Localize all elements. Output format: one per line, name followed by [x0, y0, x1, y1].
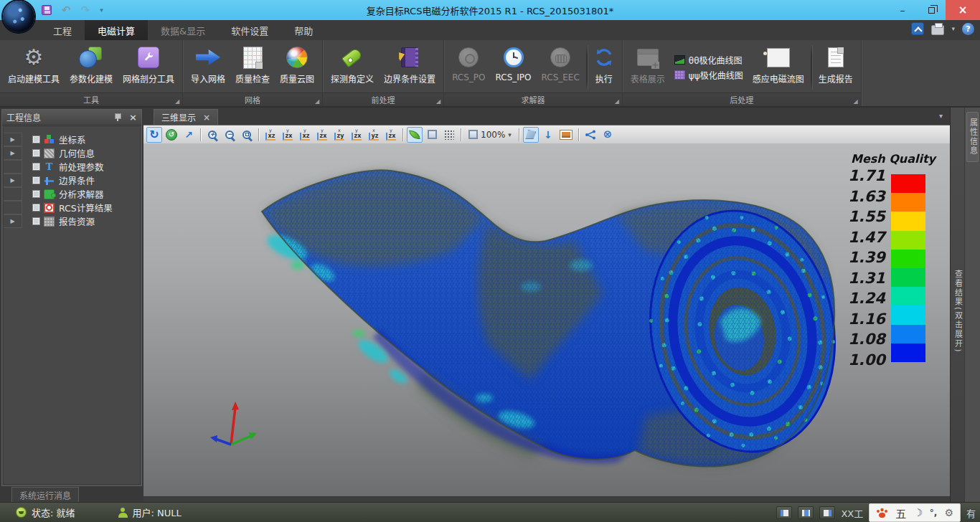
- ime-paw-icon[interactable]: [876, 508, 888, 518]
- tree-item-boundary-conditions[interactable]: ▶ 边界条件: [4, 174, 140, 187]
- tab-close-icon[interactable]: ×: [203, 113, 210, 122]
- layout-right-panel-button[interactable]: [819, 506, 835, 519]
- rcs-ipo-button[interactable]: RCS_IPO: [491, 42, 537, 92]
- quality-check-button[interactable]: 质量检查: [230, 42, 275, 92]
- induced-current-map-button[interactable]: 感应电磁流图: [748, 42, 809, 92]
- legend-value: 1.16: [847, 312, 885, 327]
- launch-modeling-tool-button[interactable]: ⚙ 启动建模工具: [3, 42, 65, 92]
- zoom-percent-dropdown[interactable]: 100% ▾: [465, 127, 515, 143]
- checkbox[interactable]: [32, 176, 40, 184]
- dialog-launcher-icon[interactable]: ◢: [854, 98, 858, 105]
- shaded-mode-button[interactable]: [407, 127, 423, 143]
- dialog-launcher-icon[interactable]: ◢: [436, 98, 440, 105]
- results-collapsed-panel[interactable]: 查看结果(双击展开): [950, 108, 964, 502]
- checkbox[interactable]: [32, 217, 40, 225]
- ribbon-group-preprocess: 探测角定义 边界条件设置 前处理 ◢: [323, 40, 444, 106]
- checkbox[interactable]: [32, 149, 40, 157]
- printer-icon[interactable]: [931, 25, 944, 35]
- dialog-launcher-icon[interactable]: ◢: [615, 98, 619, 105]
- view-preset-button-8[interactable]: yzx: [383, 127, 399, 143]
- ime-toolbar[interactable]: 五 ☽ °, ⚙: [869, 503, 961, 522]
- legend-band: [891, 212, 925, 230]
- view-preset-button-3[interactable]: yxz: [297, 127, 313, 143]
- close-button[interactable]: ×: [946, 0, 980, 20]
- meshing-tool-button[interactable]: 网格剖分工具: [118, 42, 179, 92]
- view-preset-button-1[interactable]: yxz: [263, 127, 278, 143]
- ime-settings-icon[interactable]: ⚙: [944, 507, 953, 518]
- rainbow-sphere-icon: [286, 47, 308, 68]
- image-icon: [560, 130, 573, 140]
- collapse-ribbon-icon[interactable]: [911, 22, 924, 35]
- view-preset-button-7[interactable]: xyz: [366, 127, 382, 143]
- tab-em-computation[interactable]: 电磁计算: [85, 20, 148, 40]
- expand-icon[interactable]: ▶: [10, 136, 14, 143]
- execute-button[interactable]: 执行: [589, 42, 619, 92]
- dialog-launcher-icon[interactable]: ◢: [175, 98, 179, 105]
- boundary-condition-settings-button[interactable]: 边界条件设置: [379, 42, 440, 92]
- system-messages-tab[interactable]: 系统运行消息: [11, 487, 79, 503]
- expand-icon[interactable]: ▶: [10, 150, 14, 156]
- ime-halfwidth-icon[interactable]: ☽: [913, 507, 923, 518]
- checkbox[interactable]: [32, 163, 40, 171]
- pan-view-button[interactable]: ↗: [181, 127, 197, 143]
- printer-dropdown-icon[interactable]: ▾: [951, 25, 955, 32]
- psi-polarization-curve-button[interactable]: ψψ极化曲线图: [674, 69, 743, 81]
- view-preset-button-4[interactable]: yzx: [314, 127, 330, 143]
- zoom-fit-button[interactable]: [239, 127, 255, 143]
- ime-mode-label[interactable]: 五: [895, 506, 906, 521]
- tab-list-dropdown-icon[interactable]: ▾: [939, 112, 943, 120]
- panel-close-icon[interactable]: ×: [129, 113, 137, 122]
- rotate-view-button[interactable]: ↻: [146, 127, 162, 143]
- import-mesh-button[interactable]: 导入网格: [186, 42, 230, 92]
- tab-project[interactable]: 工程: [40, 20, 85, 40]
- zoom-out-button[interactable]: −: [222, 127, 237, 143]
- tree-item-geometry-info[interactable]: ▶ 几何信息: [4, 146, 140, 160]
- wireframe-mode-button[interactable]: [424, 127, 440, 143]
- detection-angle-button[interactable]: 探测角定义: [326, 42, 379, 92]
- spin-view-button[interactable]: ↺: [164, 127, 179, 143]
- view-preset-button-2[interactable]: yzx: [280, 127, 296, 143]
- tab-3d-display[interactable]: 三维显示 ×: [154, 109, 218, 125]
- group-label-preprocess: 前处理 ◢: [323, 92, 443, 106]
- restore-button[interactable]: [917, 0, 946, 20]
- tree-item-preprocess-params[interactable]: T 前处理参数: [4, 160, 140, 174]
- tab-software-settings[interactable]: 软件设置: [218, 20, 281, 40]
- properties-collapsed-tab[interactable]: 属性信息: [966, 112, 979, 162]
- previous-view-button[interactable]: [523, 127, 539, 143]
- workspace: 工程信息 × ▶ 坐标系 ▶ 几何信息: [0, 108, 980, 502]
- quality-contour-button[interactable]: 质量云图: [275, 42, 319, 92]
- clear-view-button[interactable]: ⊗: [600, 127, 616, 143]
- zoom-out-icon: −: [225, 130, 234, 139]
- dialog-launcher-icon[interactable]: ◢: [315, 98, 319, 105]
- expand-icon[interactable]: ▶: [10, 218, 14, 224]
- next-view-button[interactable]: ↓: [540, 127, 556, 143]
- app-logo[interactable]: [3, 1, 34, 32]
- checkbox[interactable]: [32, 136, 40, 143]
- tree-item-rcs-results[interactable]: RCS计算结果: [4, 201, 140, 214]
- checkbox[interactable]: [32, 190, 40, 198]
- ime-punctuation-icon[interactable]: °,: [930, 508, 938, 518]
- parametric-modeling-button[interactable]: 参数化建模: [65, 42, 118, 92]
- minimize-button[interactable]: –: [888, 0, 917, 20]
- help-icon[interactable]: ?: [962, 23, 974, 35]
- points-mode-button[interactable]: [441, 127, 457, 143]
- tree-item-coordinate-system[interactable]: ▶ 坐标系: [4, 133, 140, 146]
- zoom-in-button[interactable]: +: [204, 127, 220, 143]
- tree-item-report-resources[interactable]: ▶ 报告资源: [4, 214, 140, 228]
- checkbox[interactable]: [32, 204, 40, 212]
- layout-center-panel-button[interactable]: [798, 506, 814, 519]
- tab-data-display[interactable]: 数据&显示: [148, 20, 218, 40]
- share-view-button[interactable]: [583, 127, 598, 143]
- tree-item-analysis-solver[interactable]: 分析求解器: [4, 187, 140, 201]
- tab-help[interactable]: 帮助: [281, 20, 326, 40]
- expand-icon[interactable]: ▶: [10, 177, 14, 184]
- button-label: 边界条件设置: [384, 72, 435, 85]
- pin-icon[interactable]: [114, 113, 121, 121]
- view-preset-button-5[interactable]: xzy: [331, 127, 347, 143]
- viewport-3d[interactable]: Mesh Quality 1.71 1.63 1.55 1.47 1.39 1.…: [143, 143, 950, 496]
- theta-polarization-curve-button[interactable]: θθ极化曲线图: [674, 54, 743, 66]
- generate-report-button[interactable]: 生成报告: [814, 42, 858, 92]
- layout-left-panel-button[interactable]: [776, 506, 792, 519]
- view-preset-button-6[interactable]: yzx: [349, 127, 364, 143]
- snapshot-button[interactable]: [557, 127, 575, 143]
